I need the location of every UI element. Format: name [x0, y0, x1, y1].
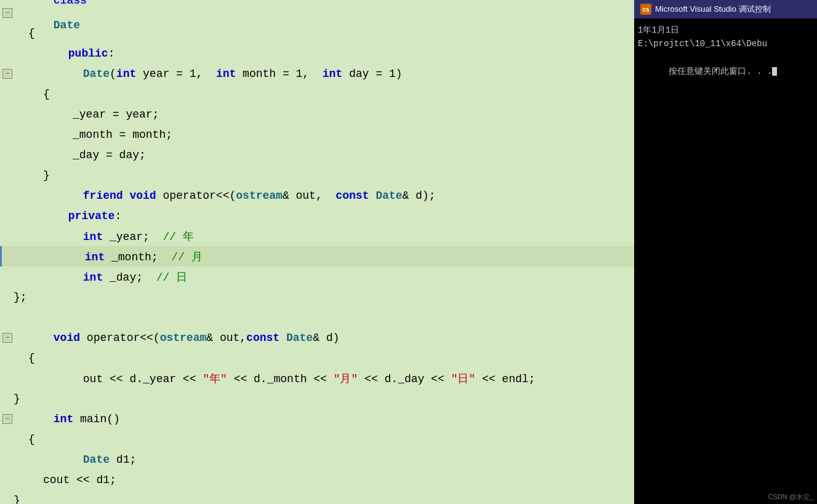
fold-icon-21[interactable]: − [2, 414, 12, 424]
code-line-4: − Date(int year = 1, int month = 1, int … [0, 63, 634, 84]
code-line-8: _day = day; [0, 145, 634, 165]
code-editor: − class Date { public: − Date(int year =… [0, 0, 634, 504]
console-content: 1年1月1日 E:\projtct\10_11\x64\Debu 按任意键关闭此… [634, 18, 817, 490]
code-line-6: _year = year; [0, 104, 634, 124]
console-output-line2: E:\projtct\10_11\x64\Debu [638, 37, 813, 50]
code-line-1: − class Date [0, 2, 634, 23]
code-line-19: out << d._year << "年" << d._month << "月"… [0, 368, 634, 388]
console-title: Microsoft Visual Studio 调试控制 [655, 4, 771, 15]
console-panel: cs Microsoft Visual Studio 调试控制 1年1月1日 E… [634, 0, 817, 504]
vs-icon: cs [640, 4, 651, 15]
console-titlebar: cs Microsoft Visual Studio 调试控制 [634, 0, 817, 18]
console-cursor [772, 67, 777, 76]
console-footer: CSDN @水尘_ [634, 490, 817, 504]
fold-icon-4[interactable]: − [2, 69, 12, 79]
fold-icon-17[interactable]: − [2, 333, 12, 343]
console-output-line1: 1年1月1日 [638, 23, 813, 37]
code-line-7: _month = month; [0, 124, 634, 145]
code-line-25: } [0, 490, 634, 504]
code-line-5: { [0, 84, 634, 104]
code-line-21: − int main() [0, 409, 634, 429]
code-line-23: Date d1; [0, 449, 634, 470]
code-line-17: − void operator<<(ostream& out,const Dat… [0, 327, 634, 348]
fold-icon-1[interactable]: − [2, 8, 12, 18]
console-footer-text: CSDN @水尘_ [768, 493, 813, 500]
code-line-24: cout << d1; [0, 470, 634, 490]
console-output-line3: 按任意键关闭此窗口. . . [638, 51, 813, 92]
code-line-14: int _day; // 日 [0, 266, 634, 287]
code-line-15: }; [0, 287, 634, 307]
